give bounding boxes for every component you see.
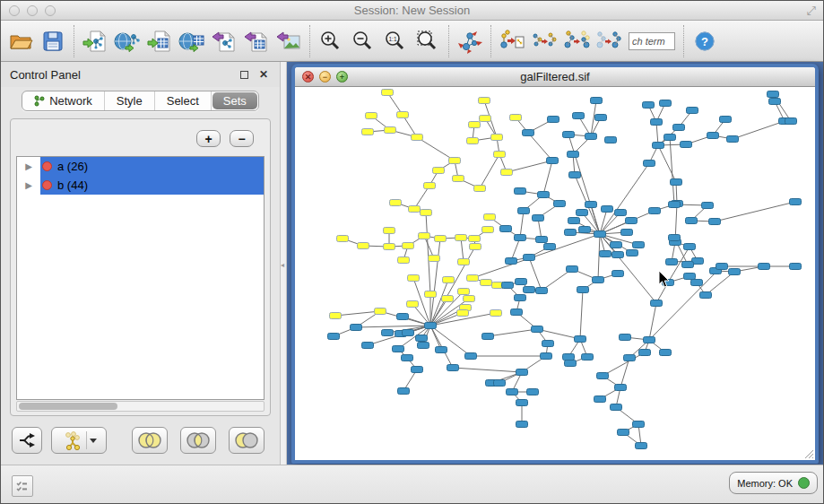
network-node[interactable] bbox=[419, 233, 430, 239]
network-node[interactable] bbox=[390, 200, 402, 206]
network-node[interactable] bbox=[482, 334, 494, 340]
close-panel-button[interactable]: ✕ bbox=[256, 67, 271, 82]
network-node[interactable] bbox=[536, 288, 548, 294]
network-node[interactable] bbox=[682, 262, 694, 268]
maximize-window-button[interactable] bbox=[45, 5, 56, 16]
network-edge[interactable] bbox=[620, 358, 629, 387]
network-node[interactable] bbox=[398, 257, 410, 264]
network-node[interactable] bbox=[491, 135, 503, 141]
network-node[interactable] bbox=[605, 137, 617, 143]
network-node[interactable] bbox=[649, 208, 661, 214]
network-node[interactable] bbox=[424, 183, 436, 189]
network-node[interactable] bbox=[425, 291, 437, 298]
network-node[interactable] bbox=[681, 142, 692, 148]
network-node[interactable] bbox=[511, 309, 523, 316]
network-node[interactable] bbox=[385, 127, 396, 134]
minimize-window-button[interactable] bbox=[27, 5, 38, 16]
network-node[interactable] bbox=[660, 350, 672, 356]
network-edge[interactable] bbox=[600, 234, 656, 303]
network-node[interactable] bbox=[768, 91, 779, 98]
network-node[interactable] bbox=[449, 158, 461, 164]
network-node[interactable] bbox=[532, 326, 543, 333]
network-node[interactable] bbox=[421, 210, 432, 216]
network-node[interactable] bbox=[633, 421, 645, 428]
network-node[interactable] bbox=[524, 255, 535, 261]
network-node[interactable] bbox=[524, 287, 535, 293]
network-node[interactable] bbox=[612, 252, 624, 258]
network-node[interactable] bbox=[409, 206, 421, 213]
network-node[interactable] bbox=[687, 108, 698, 114]
network-node[interactable] bbox=[416, 335, 428, 342]
network-node[interactable] bbox=[621, 230, 633, 236]
network-node[interactable] bbox=[484, 214, 496, 221]
network-node[interactable] bbox=[671, 179, 682, 186]
network-node[interactable] bbox=[366, 113, 377, 119]
network-node[interactable] bbox=[686, 218, 698, 224]
network-node[interactable] bbox=[575, 336, 586, 343]
remove-set-button[interactable]: − bbox=[230, 130, 254, 147]
network-node[interactable] bbox=[567, 266, 578, 273]
network-node[interactable] bbox=[691, 280, 703, 286]
zoom-in-button[interactable] bbox=[315, 23, 347, 59]
network-node[interactable] bbox=[481, 280, 492, 286]
network-edge[interactable] bbox=[580, 290, 583, 339]
network-node[interactable] bbox=[615, 385, 627, 391]
network-node[interactable] bbox=[465, 353, 477, 360]
network-node[interactable] bbox=[759, 264, 770, 270]
close-network-button[interactable]: ✕ bbox=[302, 71, 314, 83]
network-node[interactable] bbox=[595, 115, 607, 121]
resize-grip[interactable] bbox=[802, 448, 814, 459]
network-node[interactable] bbox=[412, 135, 423, 141]
network-node[interactable] bbox=[351, 325, 362, 331]
network-edge[interactable] bbox=[453, 368, 522, 372]
show-all-nodes-button[interactable] bbox=[593, 23, 625, 59]
network-node[interactable] bbox=[328, 334, 340, 340]
horizontal-scrollbar[interactable] bbox=[16, 401, 265, 412]
maximize-network-button[interactable]: + bbox=[336, 71, 348, 83]
network-node[interactable] bbox=[393, 346, 404, 352]
network-node[interactable] bbox=[443, 277, 455, 283]
network-node[interactable] bbox=[375, 308, 386, 315]
network-edge[interactable] bbox=[733, 121, 785, 139]
network-edge[interactable] bbox=[598, 234, 600, 280]
network-node[interactable] bbox=[469, 122, 481, 128]
network-node[interactable] bbox=[397, 112, 409, 118]
tab-select[interactable]: Select bbox=[155, 91, 212, 110]
network-node[interactable] bbox=[536, 237, 548, 243]
network-node[interactable] bbox=[467, 275, 479, 282]
network-edge[interactable] bbox=[543, 161, 552, 195]
network-node[interactable] bbox=[458, 289, 470, 295]
network-node[interactable] bbox=[397, 314, 409, 320]
split-sets-button[interactable] bbox=[12, 427, 42, 454]
network-node[interactable] bbox=[418, 343, 429, 349]
network-node[interactable] bbox=[579, 227, 591, 233]
network-node[interactable] bbox=[507, 389, 518, 395]
network-node[interactable] bbox=[501, 169, 513, 176]
network-node[interactable] bbox=[729, 269, 741, 275]
network-node[interactable] bbox=[577, 287, 589, 293]
import-network-file-button[interactable] bbox=[79, 23, 111, 59]
network-node[interactable] bbox=[435, 236, 447, 242]
network-node[interactable] bbox=[585, 202, 597, 208]
network-node[interactable] bbox=[515, 188, 526, 195]
float-panel-button[interactable] bbox=[237, 67, 251, 82]
zoom-out-button[interactable] bbox=[347, 23, 379, 59]
minimize-network-button[interactable]: − bbox=[319, 71, 331, 83]
network-node[interactable] bbox=[433, 168, 445, 174]
network-node[interactable] bbox=[494, 380, 506, 387]
network-node[interactable] bbox=[563, 132, 575, 138]
network-node[interactable] bbox=[480, 116, 491, 122]
list-item[interactable]: ▶ a (26) bbox=[17, 157, 264, 176]
network-node[interactable] bbox=[669, 202, 681, 208]
network-node[interactable] bbox=[469, 236, 481, 242]
network-node[interactable] bbox=[358, 243, 369, 249]
export-network-button[interactable] bbox=[208, 23, 240, 59]
network-node[interactable] bbox=[591, 98, 603, 104]
merge-networks-button[interactable] bbox=[528, 23, 560, 59]
network-node[interactable] bbox=[502, 282, 514, 289]
network-node[interactable] bbox=[568, 152, 579, 158]
network-node[interactable] bbox=[474, 186, 486, 192]
network-node[interactable] bbox=[707, 133, 719, 139]
memory-status-button[interactable]: Memory: OK bbox=[729, 472, 818, 494]
import-table-file-button[interactable] bbox=[143, 23, 176, 59]
